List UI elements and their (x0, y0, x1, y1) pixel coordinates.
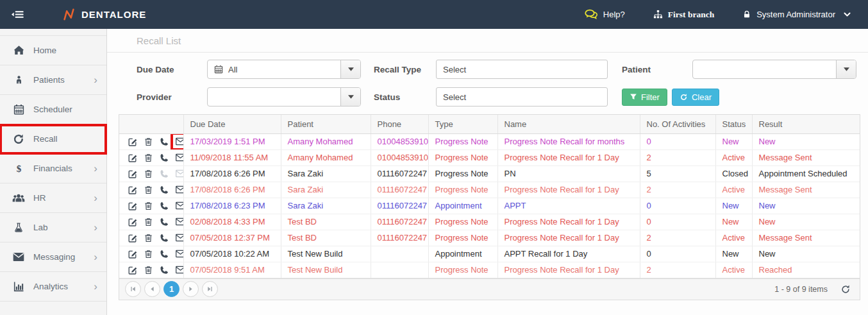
cell-due-date: 17/08/2018 6:23 PM (183, 198, 281, 214)
edit-icon[interactable] (128, 153, 138, 163)
delete-icon[interactable] (144, 201, 153, 211)
delete-icon[interactable] (144, 169, 153, 179)
delete-icon[interactable] (144, 233, 153, 243)
sidebar-item-scheduler[interactable]: Scheduler (0, 95, 106, 124)
cell-due-date: 17/08/2018 6:26 PM (183, 182, 281, 198)
table-row: 02/08/2018 4:33 PMTest BD01116072247Prog… (119, 214, 860, 230)
edit-icon[interactable] (128, 169, 138, 179)
patient-dropdown-arrow[interactable] (836, 60, 856, 78)
provider-dropdown-arrow[interactable] (340, 88, 360, 106)
cell-status: Active (715, 230, 752, 246)
user-label: System Administrator (756, 10, 835, 19)
phone-icon[interactable] (159, 249, 169, 259)
phone-icon[interactable] (159, 265, 169, 275)
mail-icon[interactable] (175, 153, 183, 162)
sidebar-item-hr[interactable]: HR› (0, 183, 106, 213)
mail-icon[interactable] (175, 233, 183, 243)
phone-icon[interactable] (159, 217, 169, 227)
cell-result: New (752, 246, 860, 262)
sidebar-item-financials[interactable]: $Financials› (0, 154, 106, 183)
phone-icon[interactable] (159, 185, 169, 195)
edit-icon[interactable] (128, 249, 138, 259)
patient-dropdown[interactable] (692, 60, 856, 79)
sidebar-item-label: Analytics (33, 282, 68, 291)
user-menu[interactable]: System Administrator (742, 10, 851, 19)
cell-actions (119, 214, 183, 230)
mail-icon-annotated[interactable] (175, 137, 183, 146)
delete-icon[interactable] (144, 249, 153, 259)
sidebar-item-label: Financials (33, 164, 72, 173)
pagination-bar: 1 1 - 9 of 9 items (119, 278, 860, 300)
edit-icon[interactable] (128, 137, 138, 147)
branch-label: First branch (668, 10, 714, 20)
cell-due-date: 02/08/2018 4:33 PM (183, 214, 281, 230)
sidebar-item-lab[interactable]: Lab› (0, 213, 106, 243)
brand[interactable]: DENTALORE (63, 8, 146, 21)
cell-result: Reached (752, 262, 860, 278)
delete-icon[interactable] (144, 153, 153, 163)
phone-icon[interactable] (159, 137, 169, 147)
page-next-button[interactable] (183, 281, 199, 297)
sidebar-item-patients[interactable]: Patients› (0, 65, 106, 95)
mail-icon[interactable] (175, 169, 183, 178)
page-first-button[interactable] (125, 281, 141, 297)
delete-icon[interactable] (144, 265, 153, 275)
reload-grid-icon[interactable] (840, 284, 851, 294)
phone-icon[interactable] (159, 233, 169, 243)
cell-result: Appointment Scheduled (752, 166, 860, 182)
sidebar-item-label: Home (33, 46, 56, 55)
recall-type-select[interactable]: Select (436, 60, 608, 79)
page-prev-button[interactable] (144, 281, 160, 297)
cell-status: Active (715, 149, 752, 166)
help-menu[interactable]: Help? (585, 9, 625, 20)
messaging-icon (12, 252, 26, 262)
branch-menu[interactable]: First branch (653, 10, 714, 20)
cell-actions (119, 166, 183, 182)
due-date-dropdown[interactable]: All (207, 60, 361, 79)
mail-icon[interactable] (175, 217, 183, 226)
delete-icon[interactable] (144, 137, 153, 147)
cell-phone: 01116072247 (371, 198, 428, 214)
clear-button[interactable]: Clear (672, 89, 719, 106)
edit-icon[interactable] (128, 217, 138, 227)
edit-icon[interactable] (128, 201, 138, 211)
filter-button[interactable]: Filter (622, 89, 667, 106)
sidebar-item-label: Lab (33, 223, 48, 232)
sidebar-collapse-icon[interactable] (9, 9, 26, 20)
mail-icon[interactable] (175, 201, 183, 210)
due-date-dropdown-arrow[interactable] (340, 60, 360, 78)
column-header: Phone (371, 115, 428, 133)
edit-icon[interactable] (128, 185, 138, 195)
edit-icon[interactable] (128, 265, 138, 275)
cell-name: Progress Note Recall for 1 Day (497, 214, 640, 230)
chevron-right-icon: › (94, 222, 97, 233)
table-row: 17/08/2018 6:26 PMSara Zaki01116072247Pr… (119, 166, 860, 182)
page-last-button[interactable] (202, 281, 218, 297)
sidebar-item-messaging[interactable]: Messaging› (0, 243, 106, 272)
cell-status: New (715, 246, 752, 262)
delete-icon[interactable] (144, 217, 153, 227)
phone-icon[interactable] (159, 153, 169, 163)
cell-phone: 01004853910 (371, 149, 428, 166)
mail-icon[interactable] (175, 265, 183, 275)
delete-icon[interactable] (144, 185, 153, 195)
cell-phone: 01116072247 (371, 214, 428, 230)
status-select[interactable]: Select (436, 87, 608, 106)
page-number-button[interactable]: 1 (163, 281, 179, 297)
sidebar-item-home[interactable]: Home (0, 36, 106, 65)
edit-icon[interactable] (128, 233, 138, 243)
column-header: Patient (281, 115, 371, 133)
mail-icon[interactable] (175, 249, 183, 259)
sidebar-item-recall[interactable]: Recall (0, 124, 106, 154)
phone-icon[interactable] (159, 201, 169, 211)
provider-dropdown[interactable] (207, 87, 361, 106)
sidebar-item-analytics[interactable]: Analytics› (0, 272, 106, 302)
phone-icon[interactable] (159, 169, 169, 179)
cell-actions (119, 182, 183, 198)
cell-name: Progress Note Recall for 1 Day (497, 149, 640, 166)
recall-type-label: Recall Type (361, 65, 436, 74)
cell-status: Active (715, 182, 752, 198)
mail-icon[interactable] (175, 185, 183, 194)
due-date-label: Due Date (137, 65, 207, 74)
cell-patient: Amany Mohamed (281, 133, 371, 149)
